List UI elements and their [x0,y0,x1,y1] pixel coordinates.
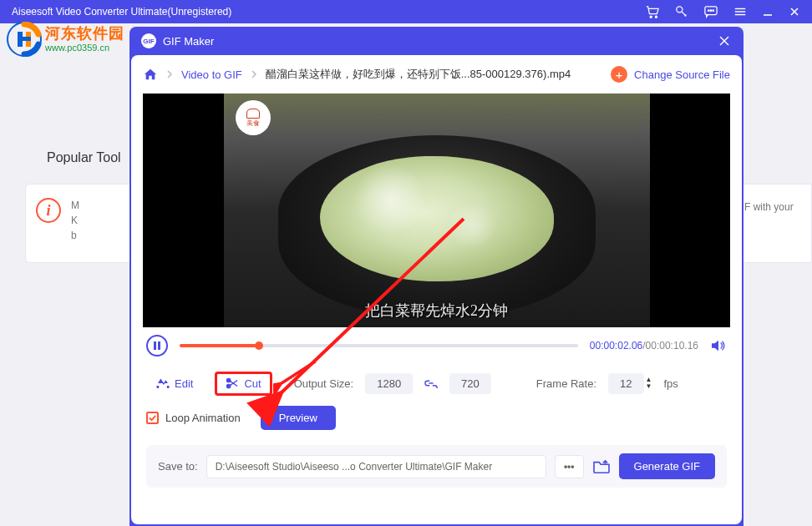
svg-point-2 [677,7,683,13]
dialog-body: Video to GIF 醋溜白菜这样做，好吃到爆，还特别下饭...85-000… [131,55,742,524]
dialog-header: GIF GIF Maker [129,27,743,55]
fps-value[interactable]: 12 [608,373,643,394]
close-icon[interactable] [789,6,800,18]
browse-button[interactable]: ••• [555,455,584,478]
output-height[interactable]: 720 [449,373,491,394]
home-icon[interactable] [143,68,158,81]
breadcrumb-root[interactable]: Video to GIF [181,68,242,81]
app-title: Aiseesoft Video Converter Ultimate(Unreg… [12,6,645,18]
bg-card-text: M K b [71,198,79,243]
svg-rect-19 [154,341,156,350]
svg-line-26 [231,381,238,386]
fps-unit: fps [663,377,678,390]
loop-label: Loop Animation [165,412,241,424]
svg-rect-16 [18,37,31,41]
gif-maker-icon: GIF [141,33,156,48]
svg-point-0 [650,16,652,18]
volume-icon[interactable] [710,339,727,352]
svg-point-4 [708,10,709,11]
cut-button[interactable]: Cut [215,372,272,396]
key-icon[interactable] [675,5,688,18]
loop-checkbox[interactable] [146,412,159,424]
edit-button[interactable]: Edit [146,372,203,395]
change-source-label: Change Source File [634,68,730,81]
chef-badge: 美食 [236,100,271,135]
svg-point-6 [713,10,713,11]
duration-time: 00:00:10.16 [646,340,698,352]
save-to-label: Save to: [158,460,198,473]
watermark-logo-icon [7,22,42,57]
video-preview[interactable]: 美食 小屠美食 把白菜帮先焯水2分钟 [143,94,730,327]
cart-icon[interactable] [645,5,660,18]
dialog-title: GIF Maker [163,35,710,48]
chevron-right-icon [251,69,257,79]
chevron-right-icon [166,69,173,79]
menu-icon[interactable] [733,6,747,18]
gif-maker-dialog: GIF GIF Maker Video to GIF 醋溜白菜这样做，好吃到爆，… [129,27,743,526]
site-watermark: 河东软件园 www.pc0359.cn [7,22,124,57]
app-titlebar: Aiseesoft Video Converter Ultimate(Unreg… [0,0,812,23]
video-side-text: 小屠美食 [619,312,642,319]
edit-label: Edit [175,377,193,390]
player-controls: 00:00:02.06/00:00:10.16 [131,327,742,364]
svg-point-5 [710,10,711,11]
output-size-label: Output Size: [294,377,354,390]
watermark-url: www.pc0359.cn [45,43,124,53]
breadcrumb: Video to GIF 醋溜白菜这样做，好吃到爆，还特别下饭...85-000… [131,55,742,94]
bg-card-right: F with your [737,184,812,263]
preview-button[interactable]: Preview [261,406,336,430]
tools-row: Edit Cut Output Size: 1280 720 Frame Rat… [131,364,742,402]
info-icon: i [36,198,61,223]
cut-label: Cut [244,377,261,390]
dialog-close-icon[interactable] [717,33,732,48]
pause-button[interactable] [146,335,168,357]
open-folder-icon[interactable] [592,459,611,474]
svg-point-1 [655,16,657,18]
bg-card-left: i M K b [25,184,138,263]
svg-point-22 [167,387,169,388]
save-row: Save to: D:\Aiseesoft Studio\Aiseeso ...… [146,445,727,488]
svg-point-24 [227,384,231,387]
fps-down[interactable]: ▼ [646,383,652,390]
minimize-icon[interactable] [762,6,774,18]
breadcrumb-file: 醋溜白菜这样做，好吃到爆，还特别下饭...85-000129.376).mp4 [266,67,571,82]
change-source-button[interactable]: + Change Source File [611,66,730,83]
generate-gif-button[interactable]: Generate GIF [619,453,715,479]
watermark-cn: 河东软件园 [45,26,124,43]
svg-point-23 [227,378,231,382]
plus-icon: + [611,66,627,83]
popular-tools-heading: Popular Tool [47,150,121,165]
link-icon[interactable] [424,378,438,388]
feedback-icon[interactable] [703,5,718,18]
save-path-field[interactable]: D:\Aiseesoft Studio\Aiseeso ...o Convert… [206,455,546,478]
current-time: 00:00:02.06 [590,340,642,352]
svg-point-21 [157,387,159,388]
output-width[interactable]: 1280 [365,373,413,394]
svg-rect-20 [158,341,160,350]
svg-line-25 [231,381,238,386]
loop-row: Loop Animation Preview [131,402,742,437]
titlebar-icons [645,5,800,18]
video-subtitle: 把白菜帮先焯水2分钟 [365,301,508,321]
fps-stepper[interactable]: 12 ▲ ▼ [608,373,652,394]
time-display: 00:00:02.06/00:00:10.16 [590,340,698,352]
frame-rate-label: Frame Rate: [536,377,596,390]
seek-slider[interactable] [180,344,578,347]
